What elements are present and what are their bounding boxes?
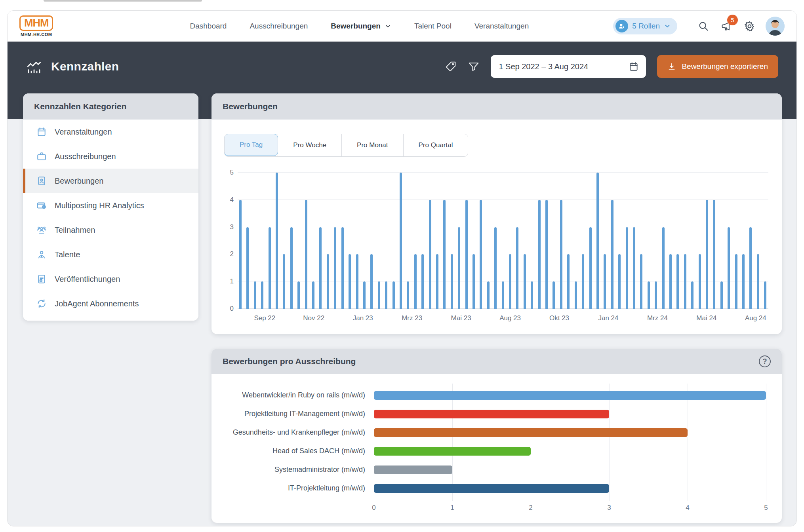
daily-bar[interactable] bbox=[472, 254, 475, 309]
daily-bar[interactable] bbox=[269, 227, 271, 309]
daily-bar[interactable] bbox=[713, 200, 715, 309]
posting-bar[interactable] bbox=[374, 466, 452, 474]
daily-bar[interactable] bbox=[633, 227, 635, 309]
daily-bar[interactable] bbox=[538, 200, 541, 309]
daily-bar[interactable] bbox=[575, 281, 577, 309]
daily-bar[interactable] bbox=[655, 281, 657, 309]
daily-bar[interactable] bbox=[356, 254, 358, 309]
daily-bar[interactable] bbox=[334, 227, 336, 309]
search-icon[interactable] bbox=[697, 19, 710, 33]
daily-bar[interactable] bbox=[254, 281, 256, 309]
daily-bar[interactable] bbox=[735, 254, 737, 309]
daily-bar[interactable] bbox=[604, 254, 606, 309]
daily-bar[interactable] bbox=[363, 281, 366, 309]
daily-bar[interactable] bbox=[516, 227, 518, 309]
daily-bar[interactable] bbox=[509, 254, 511, 309]
daily-bar[interactable] bbox=[319, 227, 322, 309]
daily-bar[interactable] bbox=[560, 200, 562, 309]
nav-item-ausschreibungen[interactable]: Ausschreibungen bbox=[250, 22, 308, 30]
daily-bar[interactable] bbox=[545, 200, 548, 309]
export-applications-button[interactable]: Bewerbungen exportieren bbox=[657, 55, 778, 78]
daily-bar[interactable] bbox=[553, 281, 555, 309]
tab-pro-quartal[interactable]: Pro Quartal bbox=[403, 134, 468, 156]
daily-bar[interactable] bbox=[239, 200, 242, 309]
daily-bar[interactable] bbox=[429, 200, 431, 309]
daily-bar[interactable] bbox=[414, 254, 417, 309]
sidebar-item-veranstaltungen[interactable]: Veranstaltungen bbox=[23, 120, 198, 144]
daily-bar[interactable] bbox=[662, 227, 665, 309]
daily-bar[interactable] bbox=[385, 281, 387, 309]
nav-item-dashboard[interactable]: Dashboard bbox=[190, 22, 227, 30]
daily-bar[interactable] bbox=[305, 200, 307, 309]
posting-bar[interactable] bbox=[374, 447, 531, 456]
daily-bar[interactable] bbox=[400, 173, 402, 309]
daily-bar[interactable] bbox=[341, 227, 344, 309]
daily-bar[interactable] bbox=[618, 254, 621, 309]
daily-bar[interactable] bbox=[764, 281, 766, 309]
nav-item-veranstaltungen[interactable]: Veranstaltungen bbox=[474, 22, 529, 30]
announcements-icon[interactable]: 5 bbox=[720, 19, 733, 33]
daily-bar[interactable] bbox=[749, 227, 752, 309]
daily-bar[interactable] bbox=[699, 254, 701, 309]
daily-bar[interactable] bbox=[728, 227, 730, 309]
daily-bar[interactable] bbox=[276, 173, 278, 309]
nav-item-talent-pool[interactable]: Talent Pool bbox=[414, 22, 452, 30]
posting-bar[interactable] bbox=[374, 410, 609, 418]
daily-bar[interactable] bbox=[669, 254, 672, 309]
daily-bar[interactable] bbox=[297, 281, 300, 309]
daily-bar[interactable] bbox=[684, 254, 686, 309]
daily-bar[interactable] bbox=[757, 254, 759, 309]
posting-bar[interactable] bbox=[374, 391, 766, 400]
daily-bar[interactable] bbox=[589, 227, 592, 309]
daily-bar[interactable] bbox=[480, 200, 482, 309]
daily-bar[interactable] bbox=[611, 200, 613, 309]
daily-bar[interactable] bbox=[494, 227, 497, 309]
filter-icon[interactable] bbox=[468, 61, 480, 72]
daily-bar[interactable] bbox=[421, 254, 424, 309]
daily-bar[interactable] bbox=[261, 281, 263, 309]
sidebar-item-talente[interactable]: Talente bbox=[23, 242, 198, 267]
daily-bar[interactable] bbox=[327, 254, 329, 309]
daily-bar[interactable] bbox=[290, 227, 293, 309]
daily-bar[interactable] bbox=[567, 254, 570, 309]
daily-bar[interactable] bbox=[531, 281, 533, 309]
nav-item-bewerbungen[interactable]: Bewerbungen bbox=[331, 22, 391, 30]
avatar[interactable] bbox=[766, 17, 785, 36]
daily-bar[interactable] bbox=[246, 227, 249, 309]
sidebar-item-teilnahmen[interactable]: Teilnahmen bbox=[23, 218, 198, 242]
sidebar-item-multiposting-hr-analytics[interactable]: Multiposting HR Analytics bbox=[23, 193, 198, 218]
tab-pro-tag[interactable]: Pro Tag bbox=[224, 134, 278, 156]
daily-bar[interactable] bbox=[312, 281, 314, 309]
date-range-picker[interactable]: 1 Sep 2022 – 3 Aug 2024 bbox=[491, 55, 646, 78]
posting-bar[interactable] bbox=[374, 484, 609, 493]
daily-bar[interactable] bbox=[640, 254, 642, 309]
daily-bar[interactable] bbox=[676, 254, 679, 309]
daily-bar[interactable] bbox=[487, 281, 490, 309]
daily-bar[interactable] bbox=[283, 254, 285, 309]
gear-icon[interactable] bbox=[743, 19, 756, 33]
daily-bar[interactable] bbox=[706, 200, 708, 309]
tab-pro-woche[interactable]: Pro Woche bbox=[278, 134, 341, 156]
daily-bar[interactable] bbox=[626, 227, 628, 309]
daily-bar[interactable] bbox=[407, 281, 409, 309]
daily-bar[interactable] bbox=[720, 281, 723, 309]
daily-bar[interactable] bbox=[691, 281, 693, 309]
tab-pro-monat[interactable]: Pro Monat bbox=[341, 134, 403, 156]
daily-bar[interactable] bbox=[742, 254, 745, 309]
daily-bar[interactable] bbox=[451, 254, 453, 309]
daily-bar[interactable] bbox=[502, 281, 504, 309]
daily-bar[interactable] bbox=[596, 173, 599, 309]
help-icon[interactable]: ? bbox=[759, 355, 771, 367]
sidebar-item-ausschreibungen[interactable]: Ausschreibungen bbox=[23, 144, 198, 169]
sidebar-item-bewerbungen[interactable]: Bewerbungen bbox=[23, 169, 198, 193]
daily-bar[interactable] bbox=[443, 200, 446, 309]
daily-bar[interactable] bbox=[378, 281, 380, 309]
daily-bar[interactable] bbox=[392, 281, 395, 309]
daily-bar[interactable] bbox=[524, 254, 526, 309]
roles-dropdown[interactable]: 5 Rollen bbox=[613, 18, 677, 34]
daily-bar[interactable] bbox=[349, 254, 351, 309]
sidebar-item-jobagent-abonnements[interactable]: JobAgent Abonnements bbox=[23, 291, 198, 316]
mhm-logo[interactable]: MHM MHM-HR.COM bbox=[19, 15, 53, 37]
daily-bar[interactable] bbox=[370, 254, 373, 309]
daily-bar[interactable] bbox=[436, 254, 438, 309]
